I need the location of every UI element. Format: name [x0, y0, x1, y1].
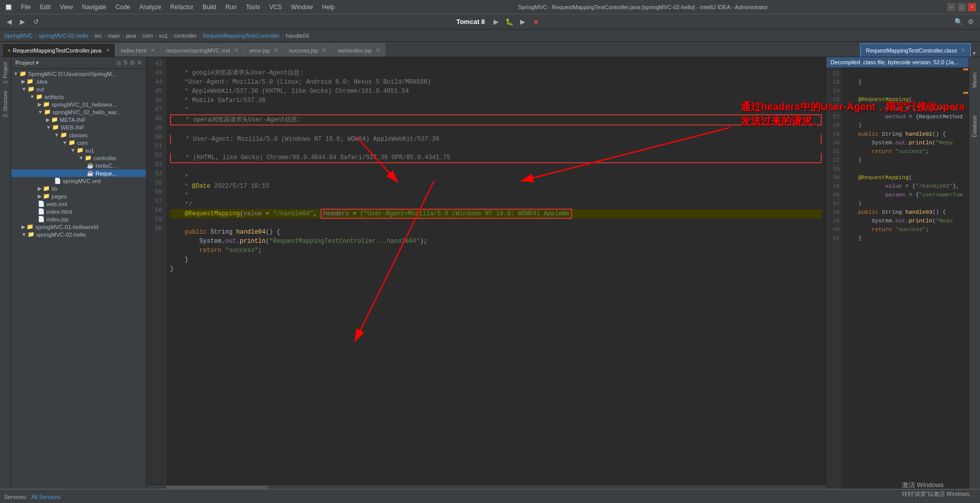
tree-mvc01[interactable]: ▶ 📁 springMVC_01_hellowor...	[11, 100, 146, 108]
tab-overflow-icon[interactable]: ▾	[971, 50, 978, 57]
tree-webinf[interactable]: ▼ 📁 WEB-INF	[11, 123, 146, 131]
decompile-panel: Decompiled .class file, bytecode version…	[826, 57, 969, 489]
app-title: SpringMVC - RequestMappingTestController…	[518, 4, 768, 10]
bc-src[interactable]: src	[94, 33, 102, 39]
tomcat-run-config[interactable]: Tomcat 8	[453, 18, 488, 26]
tab-web-index-jsp[interactable]: web\index.jsp ✕	[332, 43, 385, 57]
bc-xu1[interactable]: xu1	[159, 33, 168, 39]
tab-close-6[interactable]: ✕	[961, 47, 965, 53]
right-vertical-tabs: Maven Database	[969, 57, 980, 489]
tree-mvc02-war[interactable]: ▼ 📁 springMVC_02_hello_war...	[11, 108, 146, 116]
tree-indexjsp[interactable]: 📄 index.jsp	[11, 215, 146, 223]
vtab-project[interactable]: 1: Project	[2, 59, 9, 87]
tab-springmvc-xml[interactable]: resources\springMVC.xml ✕	[160, 43, 244, 57]
tab-index-html[interactable]: index.html ✕	[115, 43, 160, 57]
menu-file[interactable]: File	[17, 3, 35, 12]
code-panel: 42434445464748495051525354555657585960 *…	[146, 57, 826, 489]
tree-com[interactable]: ▼ 📁 com	[11, 139, 146, 146]
stop-icon[interactable]: ■	[531, 17, 541, 27]
tree-request-controller[interactable]: ☕ Reque...	[11, 169, 146, 177]
services-header: Services: All Services	[0, 490, 980, 503]
decompile-line-numbers: 2223242526272829303132333435363738394041	[826, 67, 842, 489]
run-forward-icon[interactable]: ▶	[17, 17, 28, 27]
tab-error-jsp[interactable]: error.jsp ✕	[244, 43, 284, 57]
tree-pages[interactable]: ▶ 📁 pages	[11, 192, 146, 200]
bc-controller[interactable]: controller	[174, 33, 197, 39]
menu-navigate[interactable]: Navigate	[78, 3, 110, 12]
bc-java[interactable]: java	[126, 33, 136, 39]
menu-view[interactable]: View	[56, 3, 77, 12]
maximize-button[interactable]: □	[958, 3, 966, 11]
tree-helloc[interactable]: ☕ HelloC...	[11, 162, 146, 169]
sidebar-gear-icon[interactable]: ⚙	[130, 59, 135, 66]
vtab-database[interactable]: Database	[971, 112, 978, 140]
bc-main[interactable]: main	[108, 33, 120, 39]
tree-indexhtml[interactable]: 📄 index.html	[11, 208, 146, 215]
run-refresh-icon[interactable]: ↺	[31, 17, 41, 27]
vtab-maven[interactable]: Maven	[971, 69, 978, 91]
menu-code[interactable]: Code	[111, 3, 134, 12]
run-coverage-icon[interactable]: ▶	[518, 17, 528, 27]
tab-close-0[interactable]: ✕	[106, 47, 110, 53]
tab-close-3[interactable]: ✕	[274, 47, 278, 53]
services-label: Services:	[4, 494, 27, 500]
menubar: 🔲 File Edit View Navigate Code Analyze R…	[0, 0, 980, 14]
tree-controller[interactable]: ▼ 📁 controller	[11, 154, 146, 162]
bc-springmvc[interactable]: SpringMVC	[4, 33, 33, 39]
project-tree: ▼ 📁 SpringMVC D:\Java\ssm\SpringM... ▶ 📁…	[11, 69, 146, 489]
sidebar-locate-icon[interactable]: ◎	[116, 59, 121, 66]
menu-edit[interactable]: Edit	[36, 3, 55, 12]
bc-com[interactable]: com	[142, 33, 153, 39]
tree-webxml[interactable]: 📄 web.xml	[11, 200, 146, 208]
editor-area: 42434445464748495051525354555657585960 *…	[146, 57, 969, 489]
tab-close-2[interactable]: ✕	[234, 47, 238, 53]
tree-xu1[interactable]: ▼ 📁 xu1	[11, 146, 146, 154]
menu-window[interactable]: Window	[287, 3, 317, 12]
settings-icon[interactable]: ⚙	[966, 17, 976, 27]
menu-refactor[interactable]: Refactor	[166, 3, 198, 12]
close-button[interactable]: ✕	[968, 3, 976, 11]
decompile-code-lines[interactable]: } @RequestMapping( value = {"/handle02"}…	[842, 67, 963, 489]
vtab-structure[interactable]: 2: Structure	[2, 88, 9, 120]
run-back-icon[interactable]: ◀	[4, 17, 14, 27]
tab-close-4[interactable]: ✕	[322, 47, 326, 53]
bc-class[interactable]: RequestMappingTestController	[203, 33, 280, 39]
search-everywhere-icon[interactable]: 🔍	[953, 17, 964, 27]
menu-tools[interactable]: Tools	[242, 3, 264, 12]
menu-analyze[interactable]: Analyze	[135, 3, 165, 12]
tree-idea[interactable]: ▶ 📁 .idea	[11, 78, 146, 85]
code-content[interactable]: 42434445464748495051525354555657585960 *…	[146, 57, 826, 485]
decompile-header: Decompiled .class file, bytecode version…	[826, 57, 969, 67]
bc-module[interactable]: springMVC-02-hello	[39, 33, 88, 39]
tree-classes[interactable]: ▼ 📁 classes	[11, 131, 146, 139]
tab-request-controller[interactable]: ● RequestMappingTestController.java ✕	[2, 43, 115, 57]
bc-method[interactable]: handle04	[286, 33, 309, 39]
code-lines[interactable]: * google浏览器请求头User-Agent信息: *User-Agent:…	[166, 57, 826, 485]
tree-mvc01-hello[interactable]: ▶ 📁 springMVC-01-helloworld	[11, 223, 146, 231]
tree-artifacts[interactable]: ▼ 📁 artifacts	[11, 93, 146, 100]
tree-mvc02-hello[interactable]: ▼ 📁 springMVC-02-hello	[11, 231, 146, 238]
tab-success-jsp[interactable]: success.jsp ✕	[284, 43, 332, 57]
sidebar-expand-icon[interactable]: ⇅	[123, 59, 128, 66]
menu-vcs[interactable]: VCS	[265, 3, 286, 12]
decompile-content[interactable]: 2223242526272829303132333435363738394041…	[826, 67, 969, 489]
tree-metainf[interactable]: ▶ 📁 META-INF	[11, 116, 146, 123]
tree-out[interactable]: ▼ 📁 out	[11, 85, 146, 93]
sidebar-title-label: Project ▾	[15, 60, 39, 66]
menu-help[interactable]: Help	[318, 3, 339, 12]
tree-lib[interactable]: ▶ 📁 lib	[11, 185, 146, 192]
tree-springmvc-root[interactable]: ▼ 📁 SpringMVC D:\Java\ssm\SpringM...	[11, 70, 146, 78]
debug-icon[interactable]: 🐛	[504, 17, 514, 27]
tab-close-1[interactable]: ✕	[151, 47, 155, 53]
all-services-button[interactable]: All Services	[31, 494, 60, 500]
menu-build[interactable]: Build	[199, 3, 220, 12]
minimize-button[interactable]: ─	[947, 3, 955, 11]
main-content: 1: Project 2: Structure Project ▾ ◎ ⇅ ⚙ …	[0, 57, 980, 489]
tab-class-decompile[interactable]: RequestMappingTestController.class ✕	[860, 43, 971, 57]
menu-run[interactable]: Run	[222, 3, 241, 12]
sidebar-close-icon[interactable]: ✕	[137, 59, 142, 66]
tab-close-5[interactable]: ✕	[376, 47, 380, 53]
run-icon[interactable]: ▶	[491, 17, 501, 27]
editor-tabbar: ● RequestMappingTestController.java ✕ in…	[0, 42, 980, 57]
tree-springmvc-xml[interactable]: 📄 springMVC.xml	[11, 177, 146, 185]
